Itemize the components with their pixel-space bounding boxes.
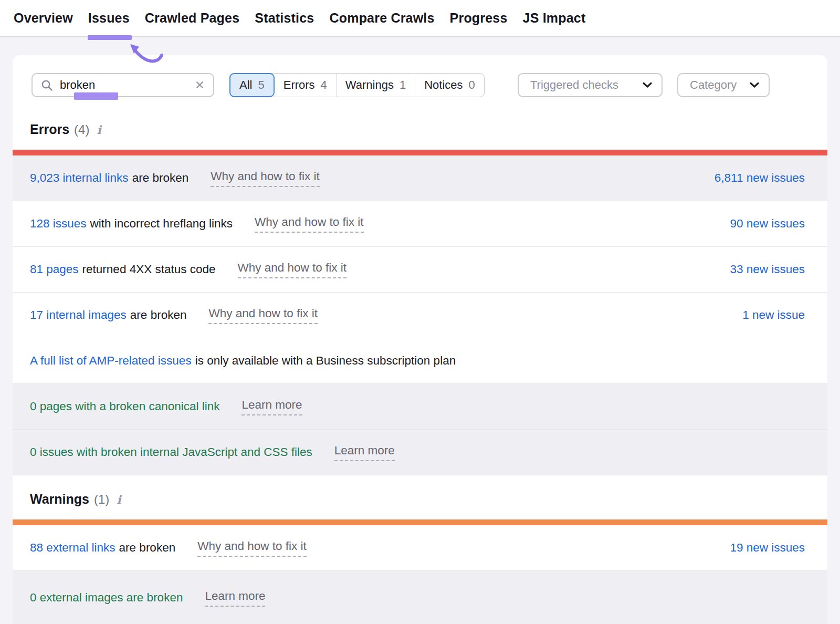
why-how-to-fix-link[interactable]: Why and how to fix it (197, 539, 307, 557)
tab-bar: Overview Issues Crawled Pages Statistics… (0, 0, 840, 37)
warnings-section-count: (1) (94, 492, 109, 507)
new-issues-link[interactable]: 6,811 new issues (715, 171, 805, 185)
issue-count-link[interactable]: 88 external links (30, 541, 116, 555)
issue-count-link[interactable]: 81 pages (30, 263, 79, 276)
new-issues-link[interactable]: 19 new issues (730, 541, 805, 555)
annotation-arrow-icon (125, 41, 169, 69)
learn-more-link[interactable]: Learn more (242, 398, 302, 415)
issue-description: with incorrect hreflang links (90, 217, 233, 231)
chevron-down-icon (643, 82, 652, 88)
warnings-section-header: Warnings (1) i (30, 492, 827, 506)
filter-all[interactable]: All 5 (229, 73, 275, 97)
filter-errors-label: Errors (284, 78, 315, 92)
issue-count-link[interactable]: 17 internal images (30, 308, 127, 322)
errors-section-title: Errors (30, 122, 69, 137)
zero-issue-text: 0 issues with broken internal JavaScript… (30, 445, 312, 459)
tab-progress[interactable]: Progress (450, 11, 508, 26)
search-input[interactable]: broken ✕ (32, 73, 214, 97)
filter-notices-count: 0 (469, 78, 475, 92)
triggered-checks-label: Triggered checks (530, 78, 618, 92)
issue-row: 81 pages returned 4XX status code Why an… (13, 247, 827, 293)
new-issues-link[interactable]: 90 new issues (730, 217, 805, 231)
why-how-to-fix-link[interactable]: Why and how to fix it (211, 170, 320, 187)
chevron-down-icon (750, 82, 759, 88)
issue-row: 88 external links are broken Why and how… (13, 525, 827, 571)
errors-section-header: Errors (4) i (30, 122, 827, 137)
zero-issue-text: 0 external images are broken (30, 591, 183, 605)
learn-more-link[interactable]: Learn more (334, 444, 395, 461)
new-issues-link[interactable]: 33 new issues (730, 263, 805, 276)
issue-row: 0 external images are broken Learn more (13, 571, 827, 624)
page-background: broken ✕ All 5 Errors 4 Warnings 1 No (0, 37, 840, 624)
errors-section-count: (4) (74, 122, 89, 137)
why-how-to-fix-link[interactable]: Why and how to fix it (255, 215, 364, 233)
issue-row: A full list of AMP-related issues is onl… (13, 338, 827, 384)
tab-compare-crawls[interactable]: Compare Crawls (329, 11, 434, 26)
filter-warnings-count: 1 (400, 78, 406, 92)
filter-errors[interactable]: Errors 4 (275, 74, 336, 97)
issue-row: 17 internal images are broken Why and ho… (13, 293, 827, 338)
issue-count-link[interactable]: 128 issues (30, 217, 87, 231)
search-highlight (74, 92, 118, 100)
tab-js-impact[interactable]: JS Impact (523, 11, 586, 26)
issue-description: is only available with a Business subscr… (195, 354, 456, 368)
warnings-section-title: Warnings (30, 492, 89, 507)
issue-description: returned 4XX status code (82, 263, 216, 276)
zero-issue-text: 0 pages with a broken canonical link (30, 400, 219, 413)
active-tab-underline (88, 35, 132, 40)
category-dropdown[interactable]: Category (677, 73, 770, 97)
filter-notices-label: Notices (424, 78, 463, 92)
new-issues-link[interactable]: 1 new issue (742, 308, 805, 322)
warnings-severity-bar (13, 519, 827, 525)
severity-filter: All 5 Errors 4 Warnings 1 Notices 0 (229, 73, 485, 97)
filter-warnings-label: Warnings (345, 78, 394, 92)
issue-description: are broken (119, 541, 176, 555)
tab-overview[interactable]: Overview (14, 11, 73, 26)
search-icon (41, 79, 53, 91)
info-icon[interactable]: i (97, 123, 101, 137)
toolbar: broken ✕ All 5 Errors 4 Warnings 1 No (13, 73, 827, 97)
tab-statistics[interactable]: Statistics (255, 11, 314, 26)
info-icon[interactable]: i (117, 493, 121, 506)
filter-all-label: All (239, 78, 252, 92)
category-label: Category (690, 78, 737, 92)
tab-crawled-pages[interactable]: Crawled Pages (145, 11, 239, 26)
tab-issues-label: Issues (88, 11, 130, 25)
issue-count-link[interactable]: 9,023 internal links (30, 171, 129, 185)
filter-all-count: 5 (258, 78, 264, 92)
triggered-checks-dropdown[interactable]: Triggered checks (518, 73, 663, 97)
why-how-to-fix-link[interactable]: Why and how to fix it (208, 307, 318, 324)
issue-description: are broken (132, 171, 189, 185)
errors-severity-bar (13, 150, 827, 155)
filter-notices[interactable]: Notices 0 (415, 74, 484, 97)
issue-row: 128 issues with incorrect hreflang links… (13, 201, 827, 247)
issue-description: are broken (130, 308, 187, 322)
issue-row: 0 pages with a broken canonical link Lea… (13, 384, 827, 430)
issue-row: 0 issues with broken internal JavaScript… (13, 430, 827, 475)
amp-issues-link[interactable]: A full list of AMP-related issues (30, 354, 192, 368)
search-value: broken (60, 78, 95, 92)
tab-issues[interactable]: Issues (88, 11, 130, 26)
filter-warnings[interactable]: Warnings 1 (336, 74, 415, 97)
why-how-to-fix-link[interactable]: Why and how to fix it (238, 261, 347, 278)
issue-row: 9,023 internal links are broken Why and … (13, 155, 827, 201)
learn-more-link[interactable]: Learn more (205, 589, 265, 607)
issues-panel: broken ✕ All 5 Errors 4 Warnings 1 No (13, 55, 827, 624)
filter-errors-count: 4 (321, 78, 327, 92)
clear-icon[interactable]: ✕ (195, 79, 205, 91)
